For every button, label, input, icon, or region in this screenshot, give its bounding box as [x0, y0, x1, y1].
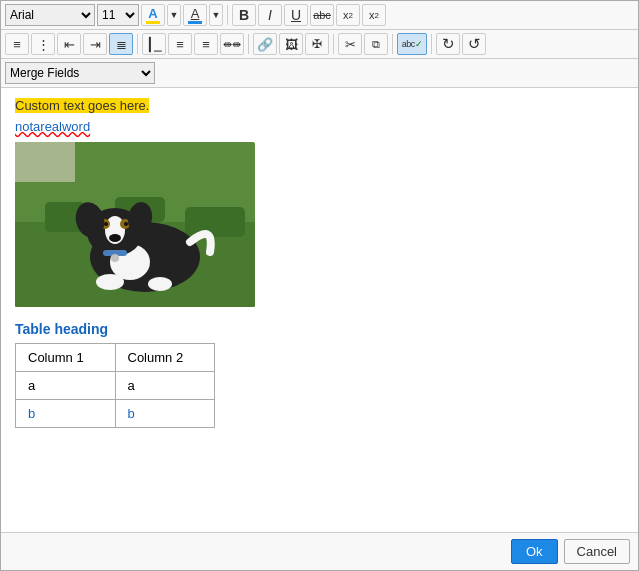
cancel-button[interactable]: Cancel	[564, 539, 630, 564]
separator1	[227, 5, 228, 25]
font-family-select[interactable]: Arial Times New Roman Courier New	[5, 4, 95, 26]
svg-rect-4	[185, 207, 245, 237]
image-btn[interactable]: 🖼	[279, 33, 303, 55]
merge-fields-select[interactable]: Merge Fields	[5, 62, 155, 84]
cut-btn[interactable]: ✂	[338, 33, 362, 55]
table-row: a a	[16, 372, 215, 400]
undo-btn[interactable]: ↻	[436, 33, 460, 55]
cell-1-1: a	[16, 372, 116, 400]
subscript-btn[interactable]: x2	[336, 4, 360, 26]
ok-button[interactable]: Ok	[511, 539, 558, 564]
underline-color-btn[interactable]: A	[183, 4, 207, 26]
content-area[interactable]: Custom text goes here. notarealword	[1, 88, 638, 532]
custom-text: Custom text goes here.	[15, 98, 149, 113]
unordered-list-btn[interactable]: ≡	[5, 33, 29, 55]
separator4	[333, 34, 334, 54]
font-size-select[interactable]: 8910 111214 182436	[97, 4, 139, 26]
copy-btn[interactable]: ⧉	[364, 33, 388, 55]
svg-point-15	[124, 222, 128, 226]
column-1-header: Column 1	[16, 344, 116, 372]
italic-btn[interactable]: I	[258, 4, 282, 26]
cell-2-1: b	[16, 400, 116, 428]
underline-color-dropdown-btn[interactable]: ▼	[209, 4, 223, 26]
block-indent-btn[interactable]: ≣	[109, 33, 133, 55]
align-right-btn[interactable]: ≡	[194, 33, 218, 55]
toolbar-row1: Arial Times New Roman Courier New 8910 1…	[1, 1, 638, 30]
font-color-btn[interactable]: A	[141, 4, 165, 26]
align-left-btn[interactable]: ┃⎯	[142, 33, 166, 55]
svg-point-8	[96, 274, 124, 290]
redo-btn[interactable]: ↺	[462, 33, 486, 55]
svg-rect-5	[15, 142, 75, 182]
dog-image	[15, 142, 255, 307]
indent-control-btn[interactable]: ⇼⇼	[220, 33, 244, 55]
svg-point-9	[148, 277, 172, 291]
superscript-btn[interactable]: x2	[362, 4, 386, 26]
toolbar-row3: Merge Fields	[1, 59, 638, 88]
link-btn[interactable]: 🔗	[253, 33, 277, 55]
table-heading: Table heading	[15, 321, 624, 337]
svg-point-20	[111, 254, 119, 262]
bold-btn[interactable]: B	[232, 4, 256, 26]
ordered-list-btn[interactable]: ⋮	[31, 33, 55, 55]
cell-1-2: a	[115, 372, 215, 400]
increase-indent-btn[interactable]: ⇥	[83, 33, 107, 55]
underline-btn[interactable]: U	[284, 4, 308, 26]
table-header-row: Column 1 Column 2	[16, 344, 215, 372]
rich-text-editor: Arial Times New Roman Courier New 8910 1…	[0, 0, 639, 571]
misspelled-word[interactable]: notarealword	[15, 119, 624, 134]
data-table: Column 1 Column 2 a a b b	[15, 343, 215, 428]
table-btn[interactable]: ✠	[305, 33, 329, 55]
svg-point-14	[104, 222, 108, 226]
decrease-indent-btn[interactable]: ⇤	[57, 33, 81, 55]
cell-2-2: b	[115, 400, 215, 428]
table-row: b b	[16, 400, 215, 428]
cell-link-b2[interactable]: b	[128, 406, 135, 421]
main-body: Custom text goes here. notarealword	[1, 88, 638, 532]
svg-point-16	[109, 234, 121, 242]
align-center-btn[interactable]: ≡	[168, 33, 192, 55]
separator6	[431, 34, 432, 54]
separator5	[392, 34, 393, 54]
cell-link-b1[interactable]: b	[28, 406, 35, 421]
strikethrough-btn[interactable]: abc	[310, 4, 334, 26]
footer-bar: Ok Cancel	[1, 532, 638, 570]
separator2	[137, 34, 138, 54]
separator3	[248, 34, 249, 54]
column-2-header: Column 2	[115, 344, 215, 372]
toolbar-row2: ≡ ⋮ ⇤ ⇥ ≣ ┃⎯ ≡ ≡ ⇼⇼ 🔗 🖼 ✠ ✂ ⧉ abc✓ ↻ ↺	[1, 30, 638, 59]
spellcheck-btn[interactable]: abc✓	[397, 33, 427, 55]
font-color-dropdown-btn[interactable]: ▼	[167, 4, 181, 26]
